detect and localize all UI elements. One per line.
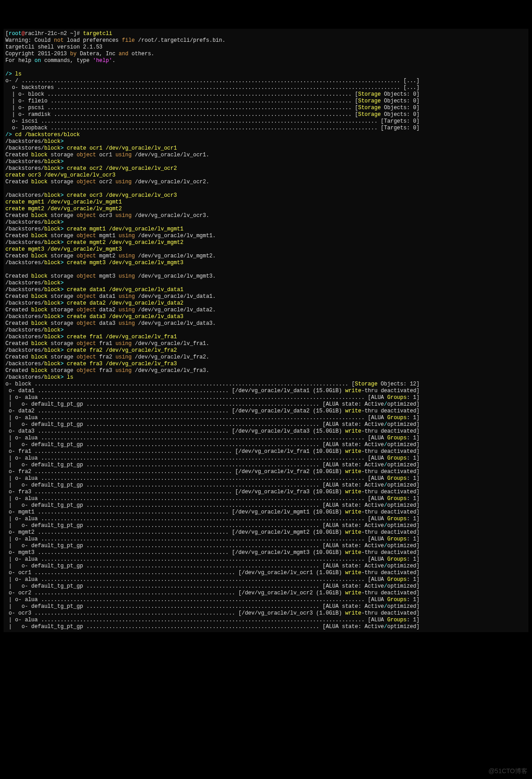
terminal-line: | o- default_tg_pt_gp ..................… [5,603,527,610]
terminal-line: Warning: Could not load preferences file… [5,37,527,44]
terminal-line: o- mgmt1 ...............................… [5,509,527,516]
terminal-line: Created block storage object data3 using… [5,320,527,327]
terminal-line: Created block storage object ocr1 using … [5,152,527,159]
terminal-line: Created block storage object data2 using… [5,307,527,314]
terminal-line: /backstores/block> create data3 /dev/vg_… [5,314,527,320]
terminal-line: /backstores/block> create fra2 /dev/vg_o… [5,347,527,354]
terminal-line: create mgmt2 /dev/vg_oracle/lv_mgmt2 [5,206,527,212]
terminal-line: | o- default_tg_pt_gp ..................… [5,401,527,408]
terminal-line: Created block storage object ocr3 using … [5,212,527,219]
terminal-line: /backstores/block> create fra3 /dev/vg_o… [5,361,527,367]
terminal-line: /backstores/block> ls [5,374,527,381]
terminal-line: /backstores/block> create data2 /dev/vg_… [5,300,527,307]
terminal-line: | o- fileio ............................… [5,98,527,105]
terminal-line: | o- default_tg_pt_gp ..................… [5,522,527,529]
terminal-line: | o- alua ..............................… [5,435,527,442]
terminal-line: targetcli shell version 2.1.53 [5,44,527,51]
terminal-line: o- mgmt2 ...............................… [5,529,527,536]
terminal-line: Copyright 2011-2013 by Datera, Inc and o… [5,51,527,58]
terminal-line: | o- default_tg_pt_gp ..................… [5,543,527,549]
terminal-line: /backstores/block> create mgmt1 /dev/vg_… [5,226,527,233]
terminal-line: /backstores/block> [5,138,527,145]
terminal-line: /backstores/block> create fra1 /dev/vg_o… [5,334,527,341]
terminal-line: For help on commands, type 'help'. [5,58,527,64]
terminal-line: | o- block .............................… [5,91,527,98]
terminal-line: o- ocr1 ................................… [5,570,527,576]
terminal-line: | o- ramdisk ...........................… [5,111,527,118]
terminal-line: | o- default_tg_pt_gp ..................… [5,563,527,570]
terminal-line: Created block storage object ocr2 using … [5,179,527,186]
terminal-line: o- backstores ..........................… [5,84,527,91]
terminal-line: /> cd /backstores/block [5,132,527,138]
terminal-line: | o- alua ..............................… [5,496,527,502]
terminal-line: | o- default_tg_pt_gp ..................… [5,624,527,630]
terminal-line: Created block storage object data1 using… [5,293,527,300]
terminal-line: o- iscsi ...............................… [5,118,527,125]
terminal-line: /backstores/block> [5,219,527,226]
terminal-line: | o- alua ..............................… [5,415,527,421]
terminal-line: | o- default_tg_pt_gp ..................… [5,421,527,428]
terminal-line: o- data3 ...............................… [5,428,527,435]
terminal-line: Created block storage object mgmt2 using… [5,253,527,260]
terminal-line: | o- alua ..............................… [5,597,527,603]
terminal-line: /backstores/block> create mgmt2 /dev/vg_… [5,239,527,246]
terminal[interactable]: [root@raclhr-21c-n2 ~]# targetcliWarning… [4,29,528,632]
terminal-line: o- fra1 ................................… [5,448,527,455]
terminal-line: /backstores/block> create ocr3 /dev/vg_o… [5,192,527,199]
terminal-line [5,266,527,273]
terminal-line: | o- default_tg_pt_gp ..................… [5,502,527,509]
terminal-line: /backstores/block> create ocr1 /dev/vg_o… [5,145,527,152]
terminal-line: Created block storage object fra1 using … [5,341,527,347]
terminal-line: | o- alua ..............................… [5,394,527,401]
terminal-line: /backstores/block> [5,280,527,287]
terminal-line: o- data2 ...............................… [5,408,527,415]
terminal-line: create mgmt1 /dev/vg_oracle/lv_mgmt1 [5,199,527,206]
terminal-line: | o- alua ..............................… [5,556,527,563]
terminal-line: o- fra2 ................................… [5,469,527,475]
terminal-line: create ocr3 /dev/vg_oracle/lv_ocr3 [5,172,527,179]
terminal-line: /backstores/block> create ocr2 /dev/vg_o… [5,165,527,172]
terminal-line: | o- alua ..............................… [5,576,527,583]
terminal-line: /backstores/block> [5,327,527,334]
terminal-line: o- block ...............................… [5,381,527,388]
terminal-line: | o- alua ..............................… [5,475,527,482]
terminal-line: o- mgmt3 ...............................… [5,549,527,556]
terminal-line: | o- pscsi .............................… [5,105,527,111]
terminal-line: Created block storage object fra3 using … [5,367,527,374]
terminal-line: Created block storage object fra2 using … [5,354,527,361]
terminal-line: | o- default_tg_pt_gp ..................… [5,482,527,489]
terminal-line: o- / ...................................… [5,78,527,84]
terminal-line: Created block storage object mgmt1 using… [5,233,527,239]
terminal-line: /backstores/block> create data1 /dev/vg_… [5,287,527,293]
terminal-line: | o- alua ..............................… [5,536,527,543]
terminal-line [5,64,527,71]
terminal-line: /backstores/block> [5,159,527,165]
terminal-line: o- data1 ...............................… [5,388,527,394]
terminal-line: /> ls [5,71,527,78]
terminal-line: o- loopback ............................… [5,125,527,132]
terminal-line: | o- alua ..............................… [5,617,527,624]
terminal-line: o- ocr3 ................................… [5,610,527,617]
terminal-line: | o- default_tg_pt_gp ..................… [5,583,527,590]
terminal-line: | o- default_tg_pt_gp ..................… [5,462,527,469]
terminal-line: /backstores/block> create mgmt3 /dev/vg_… [5,260,527,266]
terminal-line: o- ocr2 ................................… [5,590,527,597]
terminal-line: create mgmt3 /dev/vg_oracle/lv_mgmt3 [5,246,527,253]
terminal-line: Created block storage object mgmt3 using… [5,273,527,280]
terminal-line [5,186,527,192]
terminal-line: | o- alua ..............................… [5,516,527,522]
terminal-line: | o- default_tg_pt_gp ..................… [5,442,527,448]
terminal-line: o- fra3 ................................… [5,489,527,496]
terminal-line: [root@raclhr-21c-n2 ~]# targetcli [5,31,527,37]
terminal-line: | o- alua ..............................… [5,455,527,462]
